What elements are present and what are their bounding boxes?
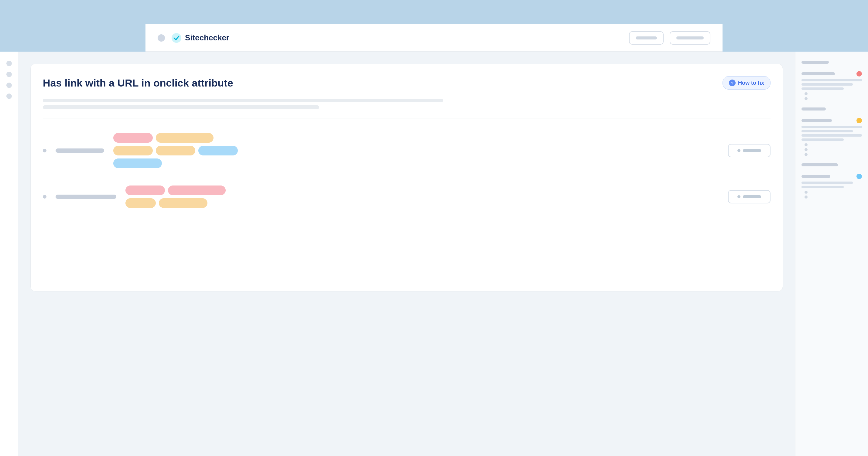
tag-pink-1 (146, 133, 153, 143)
row-tags-2 (146, 186, 719, 208)
tag-orange-2 (146, 146, 153, 156)
tag-blue-1 (198, 146, 238, 156)
tag-orange-1 (156, 133, 214, 143)
tag-pink-2 (146, 186, 165, 195)
row-tags-1 (146, 133, 719, 168)
main-content: Has link with a URL in onclick attribute… (146, 69, 722, 387)
desc-bar-2 (146, 105, 319, 109)
tag-orange-5 (159, 198, 208, 208)
tag-orange-3 (156, 146, 195, 156)
table-row (146, 177, 722, 217)
desc-bar-1 (146, 99, 443, 102)
browser-body: Sitechecker Ha (146, 93, 722, 387)
table-row (146, 125, 722, 177)
card-title: Has link with a URL in onclick attribute (146, 77, 716, 89)
tag-pink-3 (168, 186, 226, 195)
divider-1 (146, 118, 722, 119)
main-area: Has link with a URL in onclick attribute… (146, 69, 722, 387)
tag-orange-4 (146, 198, 156, 208)
content-card: Has link with a URL in onclick attribute… (146, 69, 722, 291)
browser-window: Sitechecker Ha (146, 69, 722, 387)
description-area (146, 99, 722, 109)
tag-blue-2 (146, 159, 162, 168)
card-header: Has link with a URL in onclick attribute… (146, 76, 722, 90)
